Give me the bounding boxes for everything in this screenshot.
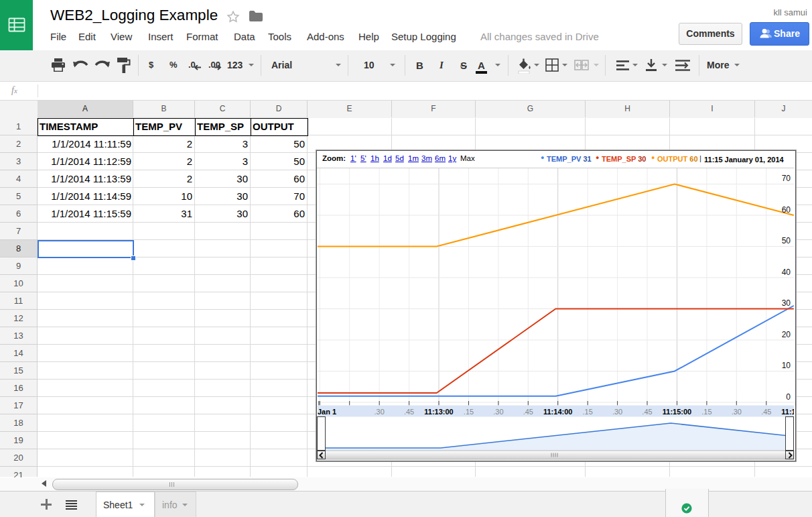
svg-text:11:14:00: 11:14:00 [543,408,572,416]
svg-text:Jan 1: Jan 1 [318,408,336,416]
svg-text:.30: .30 [375,408,385,416]
svg-text:.45: .45 [761,408,771,416]
svg-text:11:13:00: 11:13:00 [424,408,453,416]
svg-text:.15: .15 [701,408,712,416]
svg-text:0: 0 [786,392,791,402]
svg-text:70: 70 [782,174,791,183]
svg-text:.30: .30 [612,408,622,416]
svg-text:11:16:00: 11:16:00 [781,408,796,416]
svg-text:.15: .15 [464,408,474,416]
svg-text:30: 30 [782,298,791,308]
svg-text:20: 20 [782,330,791,339]
svg-text:.45: .45 [523,408,533,416]
svg-text:.30: .30 [493,408,503,416]
svg-text:10: 10 [782,361,791,370]
svg-text:.15: .15 [583,408,593,416]
svg-text:50: 50 [782,236,791,245]
svg-text:.45: .45 [404,408,414,416]
svg-text:11:15:00: 11:15:00 [663,408,691,416]
svg-text:.45: .45 [642,408,652,416]
svg-text:60: 60 [782,205,791,215]
svg-text:40: 40 [782,268,791,277]
svg-text:.30: .30 [732,408,742,416]
